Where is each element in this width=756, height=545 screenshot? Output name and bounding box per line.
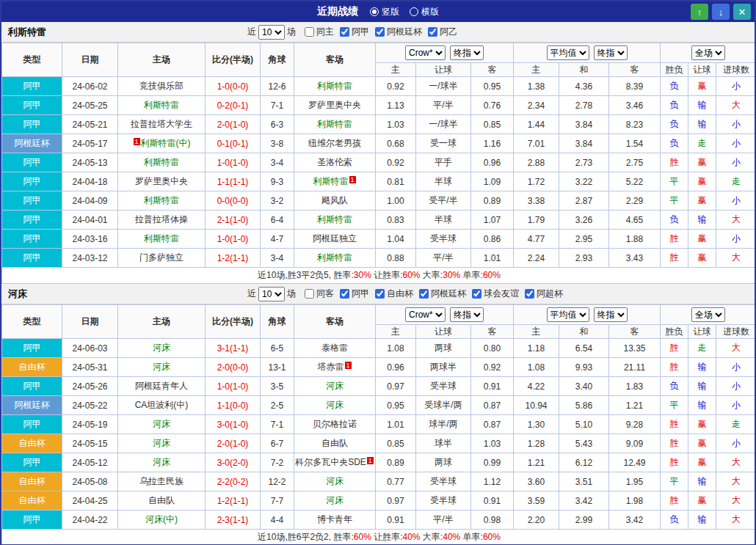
average-odds-select[interactable]: 平均值 <box>547 307 589 322</box>
away-team-name: 自由队 <box>321 438 348 448</box>
bookmaker-select[interactable]: Crow* <box>405 45 446 60</box>
win-loss-result: 平 <box>661 191 688 211</box>
summary-value: 30% <box>443 270 460 280</box>
league-filter-2[interactable]: 阿乙 <box>428 26 457 38</box>
home-team-cell: 河床 <box>118 453 206 472</box>
league-checkbox[interactable] <box>472 289 481 299</box>
summary-value: 60% <box>483 270 501 280</box>
odds-value: 1.83 <box>609 377 661 396</box>
titlebar-buttons: ↑ ↓ ✕ <box>691 4 751 20</box>
orientation-radio-vertical[interactable]: 竖版 <box>370 6 399 18</box>
match-row: 自由杯24-05-15河床2-0(1-0)6-7自由队0.85球半1.031.2… <box>2 434 756 453</box>
same-venue-filter[interactable]: 同客 <box>305 288 334 300</box>
handicap-result: 走 <box>688 134 716 153</box>
bookmaker-select[interactable]: Crow* <box>405 307 446 322</box>
recent-results-window: 近期战绩 竖版横版 ↑ ↓ ✕ 利斯特雷 近 10 场 同主 阿甲阿根廷杯阿乙 <box>0 0 756 545</box>
final-index-select[interactable]: 终指 <box>594 307 628 322</box>
radio-icon[interactable] <box>370 7 379 16</box>
odds-value: 1.95 <box>609 472 661 491</box>
away-team-cell: 科尔多瓦中央SDE1 <box>294 453 376 472</box>
league-checkbox[interactable] <box>340 27 349 37</box>
away-team-cell: 河床 <box>294 377 376 396</box>
column-header-halftime-score: 比分(半场) <box>206 305 261 339</box>
league-checkbox[interactable] <box>428 27 437 37</box>
league-checkbox[interactable] <box>375 27 385 37</box>
odds-value: 0.89 <box>471 191 514 211</box>
league-filter-0[interactable]: 阿甲 <box>340 288 369 300</box>
home-team-name: 竞技俱乐部 <box>139 81 183 91</box>
sub-header-goals: 进球数 <box>716 63 756 77</box>
score: 1-0(1-0) <box>206 230 261 249</box>
away-team-cell: 利斯特雷 <box>294 77 376 96</box>
odds-value: 21.11 <box>609 358 661 377</box>
orientation-radio-horizontal[interactable]: 横版 <box>410 6 439 18</box>
odds-value: 1.03 <box>376 115 416 134</box>
league-filter-3[interactable]: 球会友谊 <box>472 288 519 300</box>
league-type-badge: 阿甲 <box>2 249 62 268</box>
league-filter-1[interactable]: 阿根廷杯 <box>375 26 422 38</box>
league-type-badge: 阿甲 <box>2 172 62 191</box>
final-index-select[interactable]: 终指 <box>594 45 628 60</box>
match-date: 24-05-15 <box>62 434 118 453</box>
corner-count: 6-5 <box>261 339 294 358</box>
same-venue-checkbox[interactable] <box>305 27 314 37</box>
goals-result: 小 <box>716 191 756 211</box>
sub-header-handicap-result: 让球 <box>688 325 716 339</box>
scroll-down-button[interactable]: ↓ <box>712 4 730 20</box>
league-checkbox[interactable] <box>419 289 429 299</box>
league-checkbox[interactable] <box>340 289 349 299</box>
goals-result: 小 <box>716 396 756 415</box>
fulltime-scope-select[interactable]: 全场 <box>691 307 725 322</box>
goals-result: 小 <box>716 434 756 453</box>
corner-count: 9-3 <box>261 172 294 191</box>
section-header: 利斯特雷 近 10 场 同主 阿甲阿根廷杯阿乙 <box>1 22 755 43</box>
handicap-line: 球半/两 <box>416 415 471 434</box>
handicap-result: 输 <box>688 396 716 415</box>
odds-group-header: 平均值终指 <box>514 43 661 63</box>
final-index-select[interactable]: 终指 <box>450 45 484 60</box>
summary-label: 近10场,胜3平2负5, 胜率: <box>258 270 354 280</box>
handicap-result: 赢 <box>688 191 716 211</box>
league-filter-0[interactable]: 阿甲 <box>340 26 369 38</box>
odds-value: 0.95 <box>471 77 514 96</box>
sub-header-handicap: 让球 <box>416 63 471 77</box>
corner-count: 7-2 <box>261 453 294 472</box>
home-team-name: 门多萨独立 <box>139 252 183 263</box>
recent-count-select[interactable]: 10 <box>258 25 285 40</box>
odds-value: 2.88 <box>514 153 559 172</box>
odds-value: 8.39 <box>609 77 661 96</box>
header-row-main: 类型日期主场比分(半场)角球客场Crow*终指平均值终指全场 <box>2 305 756 325</box>
league-checkbox[interactable] <box>375 289 385 299</box>
corner-count: 4-7 <box>261 230 294 249</box>
same-venue-checkbox[interactable] <box>305 289 314 299</box>
win-loss-result: 胜 <box>661 249 688 268</box>
win-loss-result: 负 <box>661 96 688 115</box>
odds-value: 0.81 <box>376 172 416 191</box>
final-index-select[interactable]: 终指 <box>450 307 484 322</box>
recent-count-select[interactable]: 10 <box>258 287 285 301</box>
away-team-name: 泰格雷 <box>321 343 348 353</box>
league-filter-1[interactable]: 自由杯 <box>375 288 413 300</box>
average-odds-select[interactable]: 平均值 <box>547 45 589 60</box>
league-type-badge: 阿甲 <box>2 153 62 172</box>
odds-value: 0.86 <box>471 230 514 249</box>
matches-body: 阿甲24-06-02竞技俱乐部1-0(0-0)12-6利斯特雷0.92一/球半0… <box>2 77 756 268</box>
away-team-cell: 利斯特雷 <box>294 115 376 134</box>
scroll-up-button[interactable]: ↑ <box>691 4 708 20</box>
goals-result: 走 <box>716 415 756 434</box>
league-filter-4[interactable]: 阿超杯 <box>525 288 563 300</box>
league-filter-2[interactable]: 阿根廷杯 <box>419 288 466 300</box>
corner-count: 12-6 <box>261 77 294 96</box>
league-checkbox[interactable] <box>525 289 534 299</box>
odds-value: 9.28 <box>609 415 661 434</box>
away-team-cell: 罗萨里奥中央 <box>294 96 376 115</box>
same-venue-filter[interactable]: 同主 <box>305 26 334 38</box>
away-team-name: 河床 <box>326 400 344 410</box>
match-row: 阿甲24-04-18罗萨里奥中央1-1(1-1)9-3利斯特雷10.81半球1.… <box>2 172 756 191</box>
match-date: 24-03-16 <box>62 230 118 249</box>
radio-icon[interactable] <box>410 7 418 16</box>
win-loss-result: 负 <box>661 115 688 134</box>
close-button[interactable]: ✕ <box>733 4 751 20</box>
fulltime-scope-select[interactable]: 全场 <box>691 45 725 60</box>
odds-value: 10.94 <box>514 396 559 415</box>
